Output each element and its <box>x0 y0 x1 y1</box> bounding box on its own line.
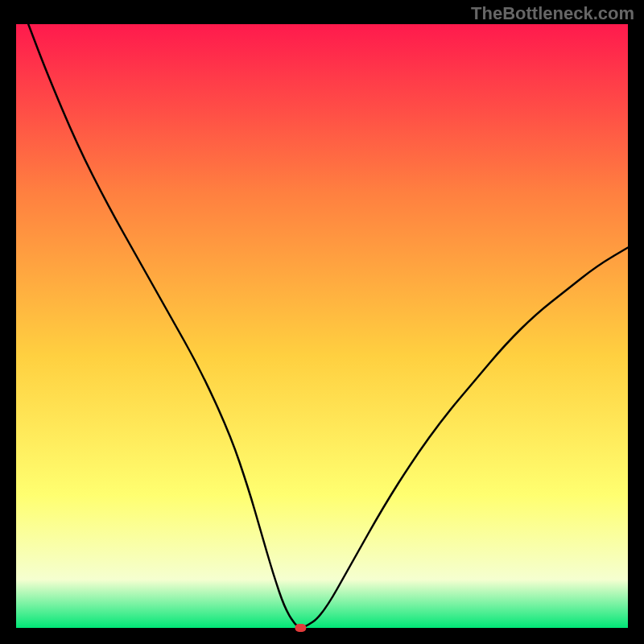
bottleneck-chart <box>0 0 644 644</box>
chart-frame: TheBottleneck.com <box>0 0 644 644</box>
optimum-marker <box>295 624 306 632</box>
gradient-background <box>16 24 628 628</box>
watermark-text: TheBottleneck.com <box>471 3 634 24</box>
